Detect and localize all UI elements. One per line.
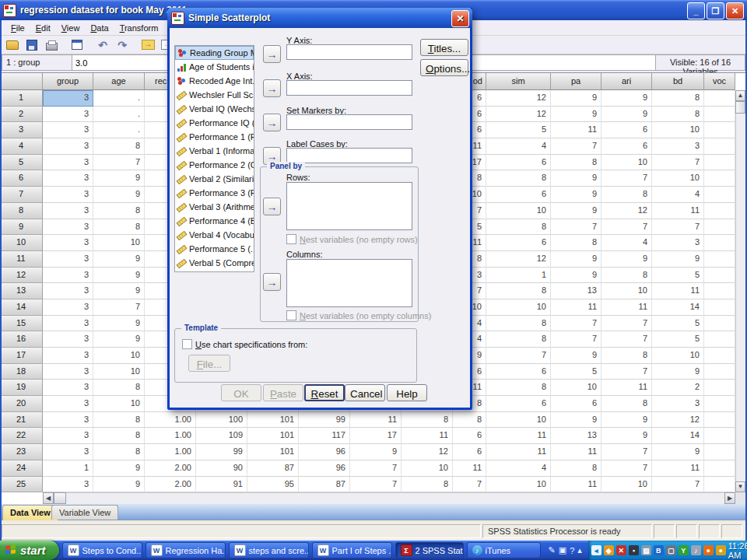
row-header[interactable]: 16 bbox=[0, 331, 43, 348]
dialog-close-icon[interactable]: ✕ bbox=[451, 10, 469, 27]
cell[interactable]: 11 bbox=[486, 428, 551, 444]
cell[interactable] bbox=[704, 348, 735, 364]
variable-item[interactable]: Performance 2 (C... bbox=[175, 158, 254, 172]
cell[interactable]: 10 bbox=[652, 348, 704, 364]
menu-transform[interactable]: Transform bbox=[114, 22, 164, 34]
cell[interactable]: 3 bbox=[43, 251, 93, 268]
cell[interactable]: 8 bbox=[453, 412, 486, 429]
cell[interactable]: 6 bbox=[551, 396, 601, 412]
recall-dialogs-icon[interactable] bbox=[68, 37, 86, 53]
y-axis-field[interactable] bbox=[286, 44, 412, 60]
row-header[interactable]: 10 bbox=[0, 235, 43, 251]
cell[interactable]: 10 bbox=[486, 412, 551, 429]
cell[interactable]: 3 bbox=[652, 138, 704, 155]
cell[interactable]: 9 bbox=[93, 460, 145, 477]
variable-item[interactable]: Performance 1 (P... bbox=[175, 130, 254, 144]
row-header[interactable]: 17 bbox=[0, 348, 43, 364]
cell[interactable]: 87 bbox=[247, 460, 299, 477]
horizontal-scrollbar-thumb[interactable] bbox=[54, 492, 66, 504]
taskbar-clock[interactable]: 11:26 AM bbox=[728, 541, 747, 560]
cell[interactable]: 3 bbox=[43, 348, 93, 364]
cell[interactable] bbox=[704, 460, 735, 477]
cell[interactable]: 3 bbox=[652, 235, 704, 251]
scroll-up-arrow[interactable]: ▲ bbox=[735, 90, 745, 101]
taskbar-task[interactable]: WSteps to Cond... bbox=[62, 542, 142, 558]
help-button[interactable]: Help bbox=[387, 384, 427, 401]
menu-file[interactable]: File bbox=[5, 22, 30, 34]
cell[interactable]: 17 bbox=[350, 428, 402, 444]
tab-data-view[interactable]: Data View bbox=[2, 505, 58, 520]
cell[interactable]: 8 bbox=[652, 90, 704, 107]
cell[interactable]: 12 bbox=[402, 444, 453, 460]
network-display-icon[interactable]: ▢ bbox=[666, 545, 676, 555]
goto-case-icon[interactable]: → bbox=[139, 37, 157, 53]
panel-rows-list[interactable] bbox=[286, 182, 412, 230]
taskbar-task[interactable]: WRegression Ha... bbox=[146, 542, 226, 558]
cell[interactable]: 9 bbox=[652, 251, 704, 268]
variable-item[interactable]: Verbal 5 (Compre... bbox=[175, 256, 254, 270]
tray-chevron-icon[interactable]: ◂ bbox=[591, 545, 601, 555]
move-to-rows-button[interactable]: → bbox=[263, 198, 281, 215]
messenger-icon[interactable]: ● bbox=[703, 545, 714, 555]
cell[interactable] bbox=[704, 107, 735, 123]
cell[interactable]: 8 bbox=[93, 428, 145, 444]
cell[interactable]: 3 bbox=[43, 396, 93, 412]
file-button[interactable]: File... bbox=[188, 355, 230, 372]
ok-button[interactable]: OK bbox=[221, 384, 261, 401]
row-header[interactable]: 13 bbox=[0, 283, 43, 299]
cell[interactable]: 9 bbox=[551, 90, 601, 107]
variable-item[interactable]: Performance 3 (P... bbox=[175, 186, 254, 200]
variable-item[interactable]: Performance 5 (... bbox=[175, 242, 254, 256]
cell[interactable]: 117 bbox=[299, 428, 350, 444]
cell[interactable]: 1.00 bbox=[145, 412, 196, 429]
cell[interactable]: 11 bbox=[652, 283, 704, 299]
cell[interactable]: 3 bbox=[43, 380, 93, 396]
cell[interactable]: 100 bbox=[196, 412, 247, 429]
row-header[interactable]: 14 bbox=[0, 299, 43, 316]
cell[interactable]: 11 bbox=[652, 203, 704, 219]
row-header[interactable]: 18 bbox=[0, 364, 43, 380]
cell[interactable]: 7 bbox=[551, 316, 601, 332]
cell[interactable]: 8 bbox=[93, 219, 145, 236]
cell[interactable]: . bbox=[93, 107, 145, 123]
taskbar-task[interactable]: WPart I of Steps ... bbox=[312, 542, 392, 558]
cell[interactable]: 9 bbox=[551, 107, 601, 123]
cell[interactable]: 101 bbox=[247, 428, 299, 444]
cell[interactable]: 6 bbox=[601, 122, 652, 138]
cell[interactable]: 91 bbox=[196, 477, 247, 493]
cell[interactable]: 10 bbox=[486, 203, 551, 219]
cell[interactable]: 9 bbox=[551, 348, 601, 364]
cell[interactable] bbox=[704, 380, 735, 396]
cell[interactable] bbox=[704, 364, 735, 380]
cell[interactable]: 10 bbox=[402, 460, 453, 477]
variable-item[interactable]: Reading Group M... bbox=[175, 46, 254, 60]
vertical-scrollbar-thumb[interactable] bbox=[735, 101, 745, 114]
cell[interactable]: 6 bbox=[486, 235, 551, 251]
taskbar-task[interactable]: Σ2 SPSS Stati...▾ bbox=[395, 542, 464, 558]
cell[interactable]: 8 bbox=[486, 219, 551, 236]
variable-item[interactable]: Verbal 3 (Arithme... bbox=[175, 200, 254, 214]
cell[interactable]: . bbox=[93, 90, 145, 107]
cell[interactable]: 7 bbox=[93, 155, 145, 171]
cell[interactable]: 8 bbox=[652, 107, 704, 123]
cell[interactable]: 7 bbox=[551, 219, 601, 236]
cell[interactable]: 9 bbox=[601, 428, 652, 444]
cell[interactable]: 10 bbox=[601, 477, 652, 493]
column-header-voc[interactable]: voc bbox=[704, 73, 735, 90]
cell[interactable] bbox=[704, 251, 735, 268]
cell[interactable]: 3 bbox=[43, 219, 93, 236]
label-cases-field[interactable] bbox=[286, 148, 412, 163]
cell[interactable]: 7 bbox=[652, 155, 704, 171]
cell[interactable]: 9 bbox=[93, 187, 145, 203]
cell[interactable]: 5 bbox=[551, 364, 601, 380]
cancel-button[interactable]: Cancel bbox=[345, 384, 385, 401]
cell[interactable]: 9 bbox=[601, 251, 652, 268]
move-to-set-markers-button[interactable]: → bbox=[263, 114, 281, 131]
cell[interactable]: 1 bbox=[43, 460, 93, 477]
cell[interactable]: 7 bbox=[652, 219, 704, 236]
variable-item[interactable]: Recoded Age Int... bbox=[175, 74, 254, 88]
cell[interactable] bbox=[704, 170, 735, 187]
cell[interactable]: 9 bbox=[551, 187, 601, 203]
move-to-x-axis-button[interactable]: → bbox=[263, 79, 281, 97]
volume-icon[interactable]: ♪ bbox=[691, 545, 701, 555]
